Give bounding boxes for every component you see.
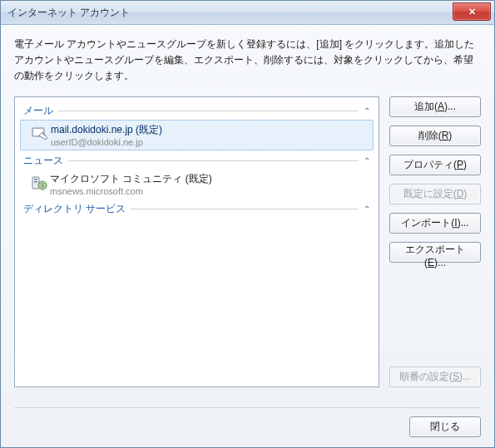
section-label: メール xyxy=(23,104,53,118)
instructions-text: 電子メール アカウントやニュースグループを新しく登録するには、[追加] をクリッ… xyxy=(14,37,481,85)
add-button[interactable]: 追加(A)... xyxy=(389,96,481,117)
section-header-mail[interactable]: メール ⌃ xyxy=(15,101,379,120)
list-item[interactable]: マイクロソフト コミュニティ (既定) msnews.microsoft.com xyxy=(20,170,374,199)
section-divider xyxy=(58,111,359,111)
dialog-body: 電子メール アカウントやニュースグループを新しく登録するには、[追加] をクリッ… xyxy=(1,25,494,447)
titlebar: インターネット アカウント ✕ xyxy=(1,1,494,25)
section-header-news[interactable]: ニュース ⌃ xyxy=(15,150,379,170)
list-item[interactable]: mail.dokidoki.ne.jp (既定) userID@dokidoki… xyxy=(20,120,374,150)
export-button[interactable]: エクスポート(E)... xyxy=(389,242,481,263)
account-subtitle: userID@dokidoki.ne.jp xyxy=(51,137,162,147)
account-title: マイクロソフト コミュニティ (既定) xyxy=(50,172,212,186)
remove-button[interactable]: 削除(R) xyxy=(389,126,481,146)
set-default-button: 既定に設定(D) xyxy=(389,184,481,204)
close-button[interactable]: 閉じる xyxy=(409,416,481,437)
news-account-icon xyxy=(28,175,50,193)
side-buttons: 追加(A)... 削除(R) プロパティ(P) 既定に設定(D) インポート(I… xyxy=(389,96,481,387)
account-subtitle: msnews.microsoft.com xyxy=(50,186,212,196)
properties-button[interactable]: プロパティ(P) xyxy=(389,155,481,175)
svg-rect-4 xyxy=(34,181,37,183)
mail-account-icon xyxy=(29,126,51,144)
list-item-texts: マイクロソフト コミュニティ (既定) msnews.microsoft.com xyxy=(50,170,212,198)
set-order-button: 順番の設定(S)... xyxy=(389,367,481,387)
section-divider xyxy=(68,160,359,161)
chevron-up-icon: ⌃ xyxy=(364,204,370,214)
dialog-footer: 閉じる xyxy=(14,407,481,437)
spacer xyxy=(389,271,481,358)
accounts-list[interactable]: メール ⌃ mail.dokidoki.ne.jp (既定 xyxy=(14,96,379,387)
main-area: メール ⌃ mail.dokidoki.ne.jp (既定 xyxy=(14,96,481,387)
section-divider xyxy=(131,209,359,209)
close-icon: ✕ xyxy=(468,7,476,17)
account-title: mail.dokidoki.ne.jp (既定) xyxy=(51,123,162,137)
window-title: インターネット アカウント xyxy=(7,6,130,20)
list-item-texts: mail.dokidoki.ne.jp (既定) userID@dokidoki… xyxy=(51,121,162,149)
section-header-directory[interactable]: ディレクトリ サービス ⌃ xyxy=(15,199,379,218)
import-button[interactable]: インポート(I)... xyxy=(389,213,481,234)
dialog-window: インターネット アカウント ✕ 電子メール アカウントやニュースグループを新しく… xyxy=(0,0,495,448)
svg-rect-3 xyxy=(34,179,37,180)
chevron-up-icon: ⌃ xyxy=(364,156,370,165)
section-label: ディレクトリ サービス xyxy=(23,202,126,216)
close-window-button[interactable]: ✕ xyxy=(453,2,491,21)
chevron-up-icon: ⌃ xyxy=(364,106,370,116)
section-label: ニュース xyxy=(23,154,63,168)
